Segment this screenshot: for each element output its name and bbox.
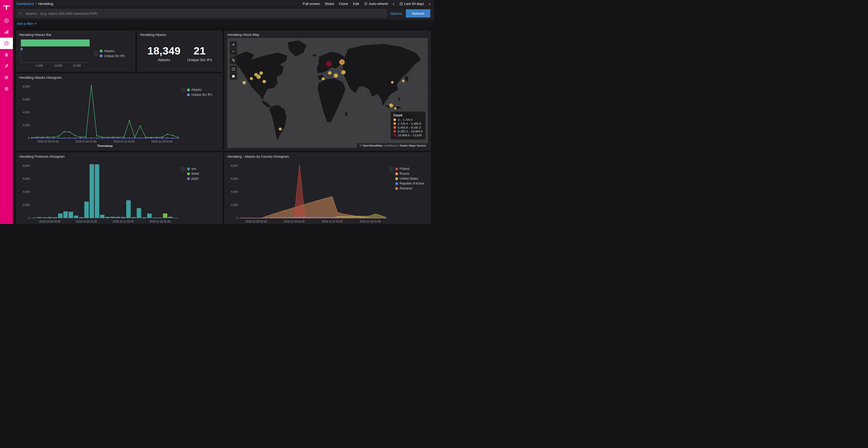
bar-segment[interactable] <box>100 215 104 218</box>
bar-segment[interactable] <box>152 217 157 218</box>
legend-item[interactable]: United States <box>395 177 424 180</box>
data-point[interactable] <box>36 138 37 139</box>
bar-segment[interactable] <box>79 217 84 218</box>
elastic-maps-link[interactable]: Elastic Maps Service <box>400 144 426 147</box>
time-forward-chevron[interactable]: › <box>429 2 430 6</box>
data-point[interactable] <box>58 136 59 137</box>
full-screen-button[interactable]: Full screen <box>303 2 320 6</box>
draw-polygon-button[interactable] <box>230 66 237 72</box>
bar-Unique Src IPs[interactable] <box>21 48 23 50</box>
data-point[interactable] <box>156 138 157 139</box>
data-point[interactable] <box>47 138 48 139</box>
data-point[interactable] <box>85 136 86 137</box>
data-point[interactable] <box>172 135 173 136</box>
bar-segment[interactable] <box>142 217 147 218</box>
legend-item[interactable]: Unique Src IPs <box>187 93 212 97</box>
data-point[interactable] <box>107 138 108 139</box>
legend-toggle-icon[interactable]: › <box>389 167 394 171</box>
data-point[interactable] <box>64 131 65 132</box>
data-point[interactable] <box>151 138 152 139</box>
auto-refresh-button[interactable]: Auto-refresh <box>364 2 388 6</box>
data-point[interactable] <box>85 138 86 139</box>
zoom-in-button[interactable]: + <box>230 41 237 48</box>
legend-item[interactable]: Attacks <box>187 88 212 92</box>
bar-segment[interactable] <box>126 200 131 201</box>
bar-segment[interactable] <box>32 217 36 218</box>
legend-item[interactable]: Romania <box>395 186 424 190</box>
data-point[interactable] <box>167 138 168 139</box>
legend-item[interactable]: telnet <box>187 172 199 175</box>
bar-segment[interactable] <box>126 201 131 218</box>
data-point[interactable] <box>80 138 81 139</box>
bar-segment[interactable] <box>121 217 125 218</box>
legend-toggle-icon[interactable]: › <box>181 88 185 92</box>
refresh-button[interactable]: Refresh <box>406 9 430 18</box>
bar-segment[interactable] <box>84 202 89 202</box>
bar-segment[interactable] <box>173 218 178 218</box>
data-point[interactable] <box>96 138 97 139</box>
bar-segment[interactable] <box>90 164 94 165</box>
data-point[interactable] <box>172 138 173 139</box>
legend-item[interactable]: Unique Src IPs <box>100 54 125 58</box>
legend-item[interactable]: vnc <box>187 167 199 171</box>
map-marker[interactable] <box>339 59 345 65</box>
fit-bounds-button[interactable] <box>230 57 237 64</box>
data-point[interactable] <box>69 131 70 132</box>
time-range-button[interactable]: Last 30 days <box>399 2 424 6</box>
data-point[interactable] <box>118 138 119 139</box>
data-point[interactable] <box>178 138 179 139</box>
legend-item[interactable]: pop3 <box>187 177 199 180</box>
map-marker[interactable] <box>341 70 346 75</box>
share-button[interactable]: Share <box>325 2 334 6</box>
bar-segment[interactable] <box>69 212 73 218</box>
data-point[interactable] <box>96 135 97 136</box>
area-series[interactable] <box>240 196 386 218</box>
sidebar-item-monitoring[interactable] <box>0 72 13 83</box>
map-marker[interactable] <box>328 71 332 75</box>
data-point[interactable] <box>123 137 125 138</box>
clone-button[interactable]: Clone <box>339 2 348 6</box>
data-point[interactable] <box>145 138 146 139</box>
sidebar-item-discover[interactable] <box>0 15 13 26</box>
data-point[interactable] <box>161 138 162 139</box>
data-point[interactable] <box>167 134 168 135</box>
bar-segment[interactable] <box>95 164 99 218</box>
data-point[interactable] <box>80 137 81 138</box>
bar-segment[interactable] <box>63 212 68 218</box>
bar-segment[interactable] <box>168 217 173 217</box>
legend-item[interactable]: Attacks <box>100 49 125 53</box>
data-point[interactable] <box>53 138 54 139</box>
bar-segment[interactable] <box>147 213 152 218</box>
draw-rectangle-button[interactable] <box>230 72 237 79</box>
bar-segment[interactable] <box>163 213 167 214</box>
map-marker[interactable] <box>250 77 253 80</box>
edit-button[interactable]: Edit <box>353 2 359 6</box>
bar-segment[interactable] <box>111 217 115 218</box>
data-point[interactable] <box>64 138 65 139</box>
sidebar-item-management[interactable] <box>0 83 13 95</box>
map-marker[interactable] <box>326 61 332 67</box>
data-point[interactable] <box>91 138 92 139</box>
time-back-chevron[interactable]: ‹ <box>393 2 395 6</box>
data-point[interactable] <box>91 85 92 86</box>
search-input[interactable] <box>25 12 383 15</box>
sidebar-item-dashboard[interactable] <box>0 38 13 49</box>
bar-segment[interactable] <box>53 217 57 218</box>
legend-toggle-icon[interactable]: › <box>94 51 98 56</box>
bar-segment[interactable] <box>90 164 94 218</box>
legend-item[interactable]: Republic of Korea <box>395 182 424 185</box>
bar-segment[interactable] <box>48 217 52 218</box>
bar-segment[interactable] <box>58 213 63 218</box>
bar-segment[interactable] <box>131 217 136 218</box>
add-filter-link[interactable]: Add a filter <box>17 22 33 26</box>
bar-segment[interactable] <box>168 217 173 218</box>
openstreetmap-link[interactable]: OpenStreetMap <box>363 144 382 147</box>
legend-item[interactable]: Poland <box>395 167 424 171</box>
options-link[interactable]: Options <box>390 12 402 15</box>
data-point[interactable] <box>47 137 48 138</box>
world-map[interactable]: + − <box>227 38 428 148</box>
breadcrumb-dashboard-link[interactable]: Dashboard <box>17 2 34 6</box>
data-point[interactable] <box>31 138 32 139</box>
map-marker[interactable] <box>242 81 246 84</box>
map-marker[interactable] <box>322 77 325 80</box>
